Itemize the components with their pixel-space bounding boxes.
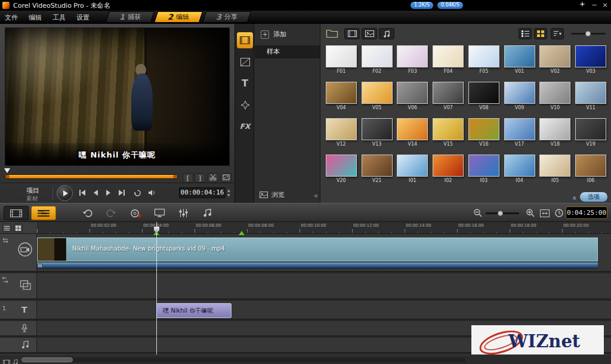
mark-out-button[interactable]: ] [195,173,205,183]
gallery-item-sample[interactable]: 样本 [255,45,320,58]
thumb-image[interactable] [504,82,535,104]
library-item[interactable]: V14 [395,118,431,155]
library-item[interactable]: F02 [359,45,395,82]
zoom-out-icon[interactable] [470,206,486,220]
library-item[interactable]: F04 [430,45,466,82]
thumb-image[interactable] [433,82,464,104]
undo-button[interactable] [80,206,95,220]
library-item[interactable]: V07 [430,82,466,118]
screen-capture-button[interactable] [152,206,167,220]
thumb-image[interactable] [397,155,428,177]
timeline-timecode[interactable]: 0:04:25:00 [566,206,607,219]
library-item[interactable]: V12 [323,118,359,155]
library-item[interactable]: V09 [502,82,538,118]
repeat-button[interactable] [131,188,143,199]
title-track-body[interactable] [37,301,611,319]
scroll-audio-icon[interactable] [13,356,18,364]
transition-tab[interactable] [237,54,253,70]
thumb-image[interactable] [539,155,570,177]
library-item[interactable]: I01 [395,155,431,191]
thumb-image[interactable] [504,45,535,67]
thumb-image[interactable] [433,45,464,67]
thumb-image[interactable] [326,82,357,104]
volume-button[interactable] [146,188,158,199]
fit-timeline-button[interactable] [537,206,553,220]
library-item[interactable]: V16 [466,118,502,155]
scroll-video-icon[interactable] [3,356,10,364]
library-item[interactable]: V10 [538,82,573,118]
trim-handle-end[interactable] [173,175,177,178]
library-item[interactable]: F05 [466,45,502,82]
timeline-zoom-slider[interactable] [486,212,519,214]
thumb-image[interactable] [468,82,499,104]
timeline-ruler[interactable]: 00:00:02:0000:00:04:0000:00:06:0000:00:0… [37,222,611,234]
menu-edit[interactable]: 编辑 [29,13,42,22]
library-item[interactable]: V04 [323,82,359,118]
menu-file[interactable]: 文件 [5,13,18,22]
thumb-image[interactable] [397,45,428,67]
options-button[interactable]: 选项 [580,192,607,202]
audio-grip-icon[interactable]: + [38,264,42,268]
library-item[interactable]: V02 [538,45,573,82]
library-item[interactable]: V06 [395,82,431,118]
menu-settings[interactable]: 设置 [76,13,90,22]
grid-view-button[interactable] [534,28,547,39]
close-button[interactable]: × [600,1,610,10]
thumb-image[interactable] [468,118,499,140]
zoom-in-icon[interactable] [523,206,538,220]
preview-timecode[interactable]: 00:00:04:16 [179,187,226,198]
thumb-image[interactable] [326,155,357,177]
video-track-header[interactable] [0,234,37,271]
mark-in-button[interactable]: [ [183,173,193,183]
trim-playhead[interactable] [4,168,10,173]
thumb-image[interactable] [326,45,357,67]
jump-start-button[interactable] [76,188,88,199]
filter-video-button[interactable] [344,28,360,39]
horizontal-scrollbar[interactable] [21,357,465,362]
library-item[interactable]: I05 [538,155,573,191]
thumb-image[interactable] [539,45,570,67]
overlay-track-header[interactable] [0,273,37,298]
scrollbar-thumb[interactable] [21,357,73,362]
storyboard-view-button[interactable] [4,206,29,220]
track-list-icon[interactable] [14,224,23,232]
timeline-view-button[interactable] [31,206,56,220]
split-clip-button[interactable] [208,173,218,183]
thumb-image[interactable] [468,45,499,67]
library-item[interactable]: I03 [466,155,502,191]
video-clip[interactable]: Nikhil Mahashabde- New brightsparks vid … [37,237,598,261]
thumb-image[interactable] [504,118,535,140]
redo-button[interactable] [103,206,118,220]
ripple-edit-icon[interactable] [2,237,8,243]
library-item[interactable]: V05 [359,82,395,118]
collapse-library-icon[interactable]: « [570,196,578,200]
add-folder-button[interactable]: + 添加 [261,30,286,39]
slider-thumb[interactable] [585,31,591,36]
library-item[interactable]: V11 [573,82,609,118]
chapter-marker[interactable] [239,231,245,235]
tab-edit[interactable]: 2 编辑 [154,11,203,23]
library-item[interactable]: F01 [323,45,359,82]
thumb-image[interactable] [362,118,393,140]
library-item[interactable]: V03 [573,45,609,82]
sort-button[interactable] [551,28,564,39]
thumb-image[interactable] [397,118,428,140]
thumb-image[interactable] [362,155,393,177]
window-settings-icon[interactable] [578,1,587,10]
thumb-image[interactable] [575,118,606,140]
music-track-header[interactable] [0,338,37,352]
library-item[interactable]: V21 [359,155,395,191]
project-duration-icon[interactable] [551,206,567,220]
browse-button[interactable]: 浏览 [260,190,285,199]
thumb-image[interactable] [326,118,357,140]
minimize-button[interactable]: ─ [590,1,599,10]
filter-fx-tab[interactable]: FX [237,118,253,134]
library-item[interactable]: V15 [430,118,466,155]
tab-capture[interactable]: 1 捕获 [106,11,155,23]
library-item[interactable]: I04 [502,155,538,191]
thumb-image[interactable] [362,82,393,104]
folder-icon[interactable] [326,29,338,38]
thumb-image[interactable] [397,82,428,104]
title-track-header[interactable]: 1 T [0,301,37,319]
library-item[interactable]: V18 [538,118,573,155]
